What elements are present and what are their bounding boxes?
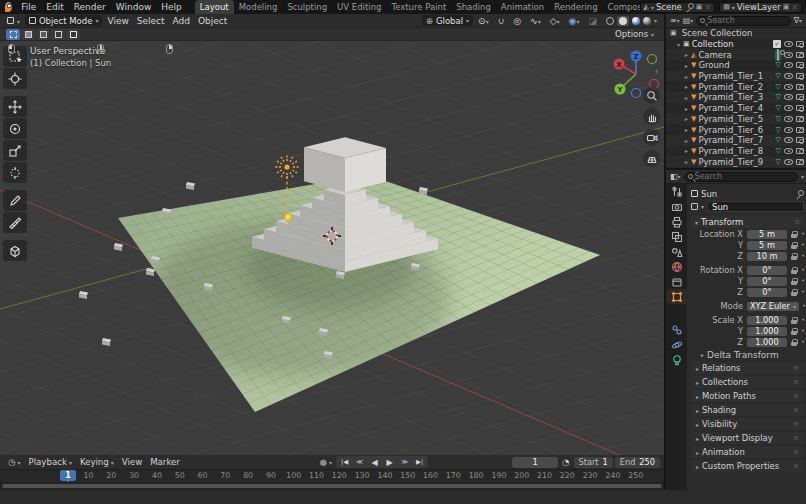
properties-physics-tab[interactable] xyxy=(666,337,687,352)
outliner-item-pyramid-tier-1[interactable]: ▸▼Pyramid_Tier_1▽ xyxy=(666,71,806,82)
falloff-dropdown[interactable]: ∿▾ xyxy=(526,14,545,28)
tool-annotate[interactable] xyxy=(3,190,27,211)
editor-type-button[interactable]: ▾ xyxy=(3,14,24,28)
snap-magnet-icon[interactable]: ∪ xyxy=(494,14,509,28)
properties-search[interactable] xyxy=(684,172,798,182)
hide-eye-icon[interactable] xyxy=(784,84,793,90)
viewport-menu-view[interactable]: View xyxy=(103,14,132,28)
remove-layer-icon[interactable]: × xyxy=(791,3,798,12)
lock-icon[interactable] xyxy=(791,253,798,260)
outliner-item-pyramid-tier-9[interactable]: ▸▼Pyramid_Tier_9▽ xyxy=(666,156,806,167)
value-field[interactable]: 1.000 xyxy=(747,316,787,325)
disable-render-icon[interactable] xyxy=(796,116,804,122)
shading-solid-active[interactable] xyxy=(617,16,629,26)
expand-icon[interactable]: ▸ xyxy=(682,105,691,112)
lock-icon[interactable] xyxy=(791,267,798,274)
value-field[interactable]: 0° xyxy=(747,288,787,297)
blender-logo-icon[interactable] xyxy=(5,2,12,12)
animate-dot-icon[interactable]: • xyxy=(802,302,806,310)
disable-render-icon[interactable] xyxy=(796,73,804,79)
expand-icon[interactable]: ▸ xyxy=(682,73,691,80)
panel-viewport-display[interactable]: ▸Viewport Display≡ xyxy=(691,432,804,444)
pin-id-icon[interactable] xyxy=(796,190,804,198)
select-mode-extend[interactable] xyxy=(21,29,35,40)
outliner-filter-id-icon[interactable]: ▤▾ xyxy=(683,16,694,25)
hide-eye-icon[interactable] xyxy=(784,94,793,100)
panel-custom-properties[interactable]: ▸Custom Properties≡ xyxy=(691,460,804,472)
properties-world-tab[interactable] xyxy=(666,259,687,274)
hide-eye-icon[interactable] xyxy=(784,41,793,47)
properties-options-icon[interactable]: ▾ xyxy=(801,173,804,180)
expand-icon[interactable]: ▸ xyxy=(682,115,691,122)
outliner-item-camera[interactable]: ▸◭Camera xyxy=(666,49,806,60)
expand-icon[interactable]: ▸ xyxy=(682,83,691,90)
viewport-menu-object[interactable]: Object xyxy=(194,14,231,28)
shading-material-icon[interactable] xyxy=(632,17,640,25)
new-scene-icon[interactable]: ▣ xyxy=(696,3,703,11)
shading-wireframe-icon[interactable] xyxy=(606,17,614,25)
zoom-tool-icon[interactable] xyxy=(643,87,660,104)
play-button[interactable]: ▶ xyxy=(382,458,397,467)
expand-icon[interactable]: ▸ xyxy=(682,51,691,58)
properties-constraints-tab[interactable] xyxy=(666,322,687,337)
select-mode-set[interactable] xyxy=(6,29,20,40)
value-field[interactable]: 0° xyxy=(747,266,787,275)
outliner-item-pyramid-tier-7[interactable]: ▸▼Pyramid_Tier_7▽ xyxy=(666,135,806,146)
tool-move[interactable] xyxy=(3,96,27,117)
proportional-edit-icon[interactable]: ◎ xyxy=(509,14,525,28)
object-type-icon[interactable] xyxy=(691,203,698,210)
value-field[interactable]: 1.000 xyxy=(747,327,787,336)
select-mode-intersect[interactable] xyxy=(66,29,80,40)
shading-modes[interactable]: ▾ xyxy=(602,14,661,28)
lock-icon[interactable] xyxy=(791,289,798,296)
disable-render-icon[interactable] xyxy=(796,137,804,143)
jump-start-button[interactable]: |◀ xyxy=(337,458,352,466)
gizmo-neg-z[interactable] xyxy=(632,89,641,98)
lock-icon[interactable] xyxy=(791,339,798,346)
disable-render-icon[interactable] xyxy=(796,62,804,68)
properties-search-input[interactable] xyxy=(695,172,794,181)
workspace-tab-sculpting[interactable]: Sculpting xyxy=(282,0,332,14)
collection-checkbox[interactable]: ✓ xyxy=(773,40,781,48)
lock-icon[interactable] xyxy=(791,328,798,335)
animate-dot-icon[interactable]: • xyxy=(801,327,805,335)
overlays-dropdown[interactable]: ◉▾ xyxy=(565,14,584,28)
expand-icon[interactable]: ▸ xyxy=(682,126,691,133)
menu-window[interactable]: Window xyxy=(111,0,157,14)
expand-icon[interactable]: ▸ xyxy=(682,94,691,101)
outliner-filter-icon[interactable]: ∇▾ xyxy=(794,16,802,25)
options-dropdown[interactable]: Options ▾ xyxy=(611,27,658,41)
mode-dropdown[interactable]: Object Mode▾ xyxy=(25,15,103,26)
outliner-item-pyramid-tier-5[interactable]: ▸▼Pyramid_Tier_5▽ xyxy=(666,114,806,125)
properties-tool-tab[interactable] xyxy=(666,184,687,199)
properties-scene-tab[interactable] xyxy=(666,244,687,259)
properties-output-tab[interactable] xyxy=(666,214,687,229)
hide-eye-icon[interactable] xyxy=(784,127,793,133)
hide-eye-icon[interactable] xyxy=(784,73,793,79)
timeline-menu-marker[interactable]: Marker xyxy=(146,457,184,467)
pin-icon[interactable] xyxy=(686,3,694,11)
panel-relations[interactable]: ▸Relations≡ xyxy=(691,362,804,374)
panel-visibility[interactable]: ▸Visibility≡ xyxy=(691,418,804,430)
outliner-item-pyramid-tier-4[interactable]: ▸▼Pyramid_Tier_4▽ xyxy=(666,103,806,114)
animate-dot-icon[interactable]: • xyxy=(801,252,805,260)
value-field[interactable]: 5 m xyxy=(747,241,787,250)
new-layer-icon[interactable]: ▣ xyxy=(783,3,790,11)
frame-end-field[interactable]: End250 xyxy=(615,457,660,468)
viewport-menu-add[interactable]: Add xyxy=(169,14,194,28)
transform-panel-header[interactable]: ▾Transform≡ xyxy=(691,216,804,228)
jump-end-button[interactable]: ▶| xyxy=(412,458,427,466)
orientation-dropdown[interactable]: ⊕ Global▾ xyxy=(422,15,473,26)
scene-selector[interactable]: ◭ ▾ Scene ▣ × xyxy=(640,2,716,13)
outliner-item-pyramid-tier-2[interactable]: ▸▼Pyramid_Tier_2▽ xyxy=(666,81,806,92)
workspace-tab-animation[interactable]: Animation xyxy=(496,0,549,14)
hide-eye-icon[interactable] xyxy=(784,105,793,111)
animate-dot-icon[interactable]: • xyxy=(801,266,805,274)
panel-shading[interactable]: ▸Shading≡ xyxy=(691,404,804,416)
pivot-dropdown[interactable]: ⊙▾ xyxy=(474,14,493,28)
value-field[interactable]: 5 m xyxy=(747,230,787,239)
hide-eye-icon[interactable] xyxy=(784,159,793,165)
outliner-item-ground[interactable]: ▸▼Ground▽ xyxy=(666,60,806,71)
autokey-button[interactable]: ●▾ xyxy=(316,457,337,467)
object-name-field[interactable]: Sun xyxy=(707,201,804,212)
